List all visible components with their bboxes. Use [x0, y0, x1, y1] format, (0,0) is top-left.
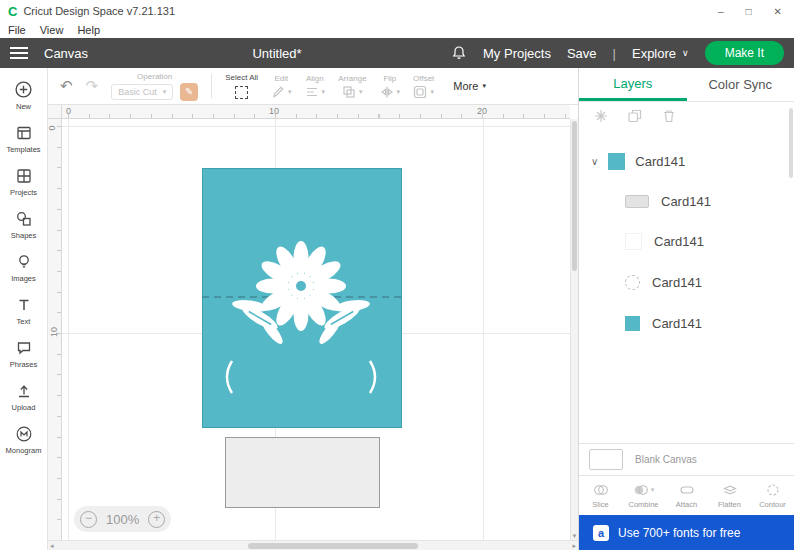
operation-group: Operation Basic Cut ▾ ✎: [111, 72, 198, 101]
layer-row[interactable]: Card141: [579, 306, 794, 340]
save-link[interactable]: Save: [567, 46, 597, 61]
chevron-down-icon: ∨: [682, 48, 689, 58]
action-label: Slice: [592, 500, 608, 509]
hamburger-menu-icon[interactable]: [10, 47, 28, 59]
select-all-icon[interactable]: [235, 86, 248, 99]
sidebar-item-projects[interactable]: Projects: [0, 167, 47, 197]
scroll-right-arrow-icon[interactable]: ▸: [572, 542, 576, 550]
sidebar-item-phrases[interactable]: Phrases: [0, 339, 47, 369]
menu-view[interactable]: View: [40, 24, 64, 36]
layer-name: Card141: [652, 316, 702, 331]
chevron-expanded-icon[interactable]: ∨: [591, 156, 598, 167]
vertical-scrollbar[interactable]: ▼: [570, 119, 578, 540]
arrange-label: Arrange: [338, 74, 366, 83]
maximize-button[interactable]: □: [746, 6, 752, 17]
layer-thumbnail-white: [625, 233, 642, 250]
sidebar-item-shapes[interactable]: Shapes: [0, 210, 47, 240]
make-it-button[interactable]: Make It: [705, 41, 784, 65]
sidebar-label: Text: [17, 317, 31, 326]
layer-thumbnail-teal: [608, 153, 625, 170]
sidebar-item-new[interactable]: New: [0, 80, 47, 111]
action-label: Combine: [628, 500, 658, 509]
zoom-out-button[interactable]: −: [80, 511, 97, 528]
align-group[interactable]: Align ▾: [305, 74, 326, 99]
align-icon[interactable]: [305, 85, 319, 99]
layer-row[interactable]: Card141: [579, 224, 794, 258]
close-button[interactable]: ✕: [774, 6, 782, 17]
select-all-group[interactable]: Select All: [225, 73, 258, 99]
operation-dropdown[interactable]: Basic Cut ▾: [111, 84, 173, 100]
grid-line: [68, 119, 69, 540]
rectangle-design-object[interactable]: [225, 437, 380, 508]
sidebar-item-templates[interactable]: Templates: [0, 124, 47, 154]
projects-icon: [15, 167, 33, 185]
fonts-promo-banner[interactable]: a Use 700+ fonts for free: [579, 515, 794, 550]
color-swatch-button[interactable]: ✎: [180, 83, 198, 101]
more-label: More: [453, 80, 478, 92]
delete-trash-icon[interactable]: [661, 108, 677, 124]
my-projects-link[interactable]: My Projects: [483, 46, 551, 61]
slice-icon: [593, 482, 609, 498]
contour-icon: [765, 482, 781, 498]
minimize-button[interactable]: –: [718, 6, 724, 17]
menu-file[interactable]: File: [8, 24, 26, 36]
action-label: Attach: [676, 500, 697, 509]
layer-group-row[interactable]: ∨ Card141: [579, 144, 794, 178]
duplicate-icon[interactable]: [627, 108, 643, 124]
sidebar-label: Upload: [12, 403, 36, 412]
select-all-label: Select All: [225, 73, 258, 82]
slice-button[interactable]: Slice: [579, 476, 622, 515]
chevron-down-icon: ▾: [163, 88, 167, 96]
tab-layers[interactable]: Layers: [579, 68, 687, 101]
contour-button[interactable]: Contour: [751, 476, 794, 515]
combine-button[interactable]: ▾ Combine: [622, 476, 665, 515]
images-icon: [15, 253, 33, 271]
more-menu[interactable]: More ▾: [453, 80, 486, 92]
arrange-group[interactable]: Arrange ▾: [338, 74, 366, 99]
card-design-object[interactable]: [202, 168, 402, 428]
document-title[interactable]: Untitled*: [252, 46, 301, 61]
redo-button[interactable]: ↷: [86, 77, 99, 95]
zoom-in-button[interactable]: +: [148, 511, 165, 528]
blank-canvas-swatch[interactable]: [589, 449, 623, 470]
notifications-bell-icon[interactable]: [451, 45, 467, 61]
sidebar-item-monogram[interactable]: Monogram: [0, 425, 47, 455]
sidebar-item-text[interactable]: Text: [0, 296, 47, 326]
scroll-down-arrow-icon[interactable]: ▼: [571, 533, 578, 539]
horizontal-scrollbar[interactable]: ◂ ▸: [48, 540, 578, 550]
scrollbar-thumb[interactable]: [572, 121, 577, 271]
flatten-button[interactable]: Flatten: [708, 476, 751, 515]
sidebar-item-upload[interactable]: Upload: [0, 382, 47, 412]
tab-color-sync[interactable]: Color Sync: [687, 68, 794, 101]
attach-button[interactable]: Attach: [665, 476, 708, 515]
app-header: Canvas Untitled* My Projects Save | Expl…: [0, 38, 794, 68]
flip-icon[interactable]: [380, 85, 394, 99]
scroll-left-arrow-icon[interactable]: ◂: [50, 542, 54, 550]
menu-help[interactable]: Help: [77, 24, 100, 36]
explore-menu[interactable]: Explore ∨: [632, 46, 689, 61]
scrollbar-thumb[interactable]: [248, 543, 418, 549]
zoom-level: 100%: [106, 512, 139, 527]
edit-group[interactable]: Edit ▾: [271, 74, 292, 99]
arrange-icon[interactable]: [342, 85, 356, 99]
ruler-corner: [48, 105, 62, 119]
canvas-nav-label[interactable]: Canvas: [44, 46, 88, 61]
flower-center-dot: [296, 281, 306, 291]
layer-row[interactable]: Card141: [579, 184, 794, 218]
layer-thumbnail-gray-rect: [625, 195, 649, 208]
offset-icon[interactable]: [413, 85, 427, 99]
design-workspace[interactable]: − 100% +: [62, 119, 570, 540]
undo-button[interactable]: ↶: [60, 77, 73, 95]
attach-icon: [679, 482, 695, 498]
app-window: C Cricut Design Space v7.21.131 – □ ✕ Fi…: [0, 0, 794, 550]
group-icon[interactable]: [593, 108, 609, 124]
edit-pencil-icon[interactable]: [271, 85, 285, 99]
flatten-icon: [722, 482, 738, 498]
grid-line: [483, 119, 484, 540]
layer-row[interactable]: Card141: [579, 265, 794, 299]
offset-group[interactable]: Offset ▾: [413, 74, 434, 99]
flip-group[interactable]: Flip ▾: [380, 74, 401, 99]
chevron-down-icon: ▾: [359, 88, 363, 96]
blank-canvas-row[interactable]: Blank Canvas: [579, 444, 794, 475]
sidebar-item-images[interactable]: Images: [0, 253, 47, 283]
